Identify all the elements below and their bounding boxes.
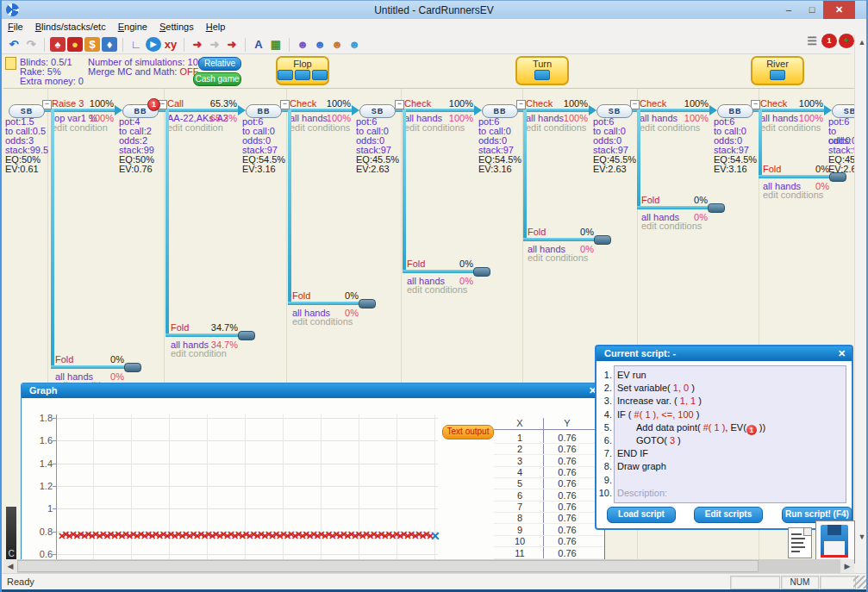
vertical-scrollbar[interactable]: ▲ ▼ bbox=[854, 35, 868, 559]
edit-condition-link[interactable]: edit conditions bbox=[528, 252, 588, 263]
graph-window-title: Graph bbox=[29, 385, 57, 396]
horizontal-scrollbar[interactable]: ◀ ▶ bbox=[3, 559, 854, 573]
table-cell-y: 0.76 bbox=[546, 525, 589, 535]
game-setup-icon[interactable]: ♠ bbox=[50, 37, 66, 52]
player-node-bb[interactable]: BB bbox=[482, 104, 518, 118]
fold-terminal-cap[interactable] bbox=[829, 172, 846, 182]
edit-condition-link[interactable]: edit conditions bbox=[763, 190, 823, 200]
scroll-down-icon[interactable]: ▼ bbox=[855, 530, 868, 544]
fold-terminal-cap[interactable] bbox=[359, 299, 376, 308]
script-line[interactable]: Add data point( #( 1 ), EV(1 )) bbox=[636, 422, 765, 435]
graph-window-titlebar[interactable]: Graph ✕ bbox=[22, 383, 604, 398]
edge-action-pct: 100% bbox=[760, 98, 823, 109]
player-node-sb[interactable]: SB bbox=[832, 104, 854, 118]
script-line[interactable]: END IF bbox=[617, 448, 648, 458]
relative-button[interactable]: Relative bbox=[198, 57, 241, 71]
player-edit-icon[interactable]: ☻ bbox=[312, 37, 328, 52]
minimize-button[interactable]: – bbox=[777, 1, 800, 19]
fold-terminal-cap[interactable] bbox=[124, 363, 141, 372]
node-stat: EV:3.16 bbox=[478, 165, 512, 174]
run-circle-icon[interactable]: ▶ bbox=[146, 37, 161, 52]
fold-horizontal-line bbox=[51, 365, 129, 369]
script-line[interactable]: Increase var. ( 1, 1 ) bbox=[617, 396, 702, 406]
edit-condition-link[interactable]: edit conditions bbox=[407, 284, 467, 295]
collapse-icon[interactable]: − bbox=[280, 100, 290, 109]
collapse-icon[interactable]: − bbox=[395, 100, 404, 109]
scroll-right-icon[interactable]: ▶ bbox=[840, 559, 854, 573]
range-grid-icon[interactable]: ▦ bbox=[268, 37, 284, 52]
edge-action-pct: 100% bbox=[640, 98, 709, 109]
y-tick-label: 1.2 bbox=[27, 481, 53, 491]
street-badge-flop[interactable]: Flop bbox=[276, 56, 329, 85]
script-close-icon[interactable]: ✕ bbox=[835, 347, 848, 359]
player-node-bb[interactable]: BB bbox=[246, 104, 282, 118]
edit-condition-link[interactable]: edit condition bbox=[171, 348, 227, 358]
neutral-branch-icon[interactable]: ➜ bbox=[207, 37, 222, 52]
close-button[interactable]: ✕ bbox=[823, 1, 855, 19]
edit-condition-link[interactable]: edit conditions bbox=[641, 221, 702, 231]
fold-horizontal-line bbox=[165, 333, 243, 337]
collapse-icon[interactable]: − bbox=[516, 100, 526, 109]
redo-icon[interactable]: ↷ bbox=[23, 37, 39, 52]
new-script-icon[interactable]: ☰ bbox=[804, 34, 820, 48]
load-script-button[interactable]: Load script bbox=[607, 507, 676, 523]
script-line[interactable]: IF ( #( 1 ), <=, 100 ) bbox=[617, 409, 699, 420]
script-list-icon[interactable] bbox=[788, 527, 812, 558]
fold-terminal-cap[interactable] bbox=[238, 331, 255, 340]
player-add-icon[interactable]: ☻ bbox=[295, 37, 310, 52]
edit-condition-link[interactable]: edit conditions bbox=[404, 122, 465, 133]
script-line[interactable]: EV run bbox=[617, 370, 646, 380]
fold-vertical-line bbox=[288, 109, 291, 305]
script-line[interactable]: GOTO( 3 ) bbox=[636, 435, 681, 446]
edit-condition-link[interactable]: edit condition bbox=[52, 122, 108, 133]
edit-condition-link[interactable]: edit condition bbox=[167, 122, 223, 133]
chips-icon[interactable]: $ bbox=[84, 37, 100, 52]
prev-branch-icon[interactable]: ➜ bbox=[190, 37, 205, 52]
resize-grip[interactable] bbox=[853, 576, 866, 589]
player-node-sb[interactable]: SB bbox=[9, 104, 45, 118]
error-count-icon[interactable]: 1 bbox=[821, 34, 837, 48]
menu-help[interactable]: Help bbox=[200, 19, 232, 35]
menu-settings[interactable]: Settings bbox=[153, 19, 200, 35]
player-node-sb[interactable]: SB bbox=[359, 104, 396, 118]
edit-condition-link[interactable]: edit conditions bbox=[526, 122, 586, 133]
menu-blinds-stacks-etc[interactable]: Blinds/stacks/etc bbox=[29, 19, 112, 35]
table-cell-y: 0.76 bbox=[546, 502, 589, 512]
edit-scripts-button[interactable]: Edit scripts bbox=[694, 507, 763, 523]
script-line[interactable]: Draw graph bbox=[617, 461, 666, 471]
maximize-button[interactable]: □ bbox=[801, 1, 823, 19]
text-report-icon[interactable]: A bbox=[251, 37, 266, 52]
edit-condition-link[interactable]: edit conditions bbox=[760, 122, 821, 133]
horizontal-scroll-thumb[interactable] bbox=[17, 560, 759, 572]
fold-terminal-cap[interactable] bbox=[594, 235, 611, 245]
next-branch-icon[interactable]: ➜ bbox=[224, 37, 240, 52]
cash-game-button[interactable]: Cash game bbox=[193, 72, 241, 86]
player-money-icon[interactable]: ☻ bbox=[329, 37, 345, 52]
save-button-box[interactable] bbox=[815, 520, 855, 564]
fold-terminal-cap[interactable] bbox=[708, 203, 725, 213]
add-alert-icon[interactable]: + bbox=[839, 34, 854, 48]
player-node-sb[interactable]: SB bbox=[596, 104, 633, 118]
script-line[interactable]: Set variable( 1, 0 ) bbox=[617, 383, 695, 393]
edit-condition-link[interactable]: edit conditions bbox=[640, 122, 700, 133]
street-badge-turn[interactable]: Turn bbox=[515, 56, 569, 85]
fold-terminal-cap[interactable] bbox=[473, 267, 490, 277]
graph-axis-icon[interactable]: ∟ bbox=[128, 37, 144, 52]
player-link-icon[interactable]: ☻ bbox=[347, 37, 362, 52]
edit-cards-icon[interactable]: ♦ bbox=[102, 37, 117, 52]
scroll-up-icon[interactable]: ▲ bbox=[855, 35, 868, 49]
script-line[interactable]: Description: bbox=[617, 488, 667, 498]
script-window-titlebar[interactable]: Current script: - ✕ bbox=[596, 346, 852, 361]
edit-condition-link[interactable]: edit conditions bbox=[292, 316, 353, 327]
table-cell-x: 4 bbox=[503, 467, 537, 477]
simulation-icon[interactable]: ● bbox=[67, 37, 83, 52]
street-badge-river[interactable]: River bbox=[751, 56, 804, 85]
scroll-left-icon[interactable]: ◀ bbox=[3, 559, 17, 573]
menu-engine[interactable]: Engine bbox=[112, 19, 153, 35]
menu-file[interactable]: File bbox=[2, 19, 29, 35]
text-output-button[interactable]: Text output bbox=[442, 425, 494, 439]
player-node-bb[interactable]: BB bbox=[717, 104, 753, 118]
xy-plot-icon[interactable]: xy bbox=[163, 37, 178, 52]
edit-condition-link[interactable]: edit conditions bbox=[290, 122, 350, 133]
undo-icon[interactable]: ↶ bbox=[6, 37, 22, 52]
